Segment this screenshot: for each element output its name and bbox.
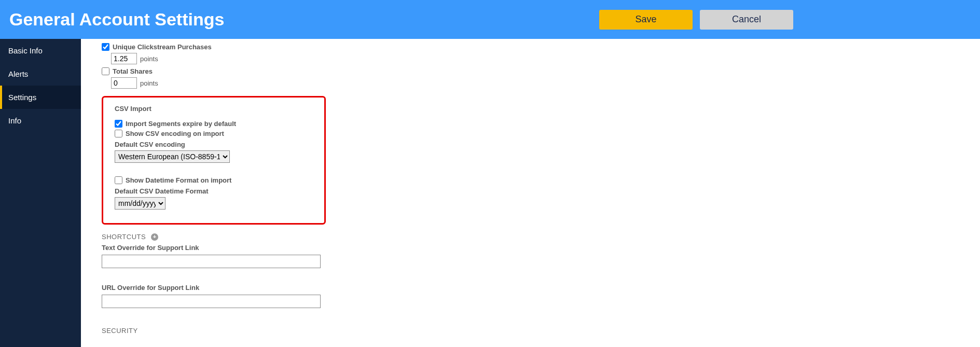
sidebar-item-alerts[interactable]: Alerts [0, 62, 81, 86]
default-datetime-select[interactable]: mm/dd/yyyy [115, 197, 165, 210]
segments-expire-row: Import Segments expire by default [115, 120, 313, 128]
unique-clickstream-points-row: points [111, 53, 980, 64]
unique-clickstream-points-input[interactable] [111, 53, 137, 64]
show-encoding-checkbox[interactable] [115, 130, 122, 137]
total-shares-points-input[interactable] [111, 77, 137, 89]
total-shares-points-row: points [111, 77, 980, 89]
text-override-label: Text Override for Support Link [102, 244, 980, 252]
show-datetime-label: Show Datetime Format on import [126, 176, 231, 184]
url-override-label: URL Override for Support Link [102, 284, 980, 292]
url-override-input[interactable] [102, 295, 321, 308]
add-shortcut-icon[interactable]: + [151, 233, 158, 241]
total-shares-points-unit: points [140, 79, 158, 87]
page-title: General Account Settings [9, 9, 224, 30]
sidebar-item-settings[interactable]: Settings [0, 86, 81, 109]
default-encoding-label: Default CSV encoding [115, 141, 313, 148]
segments-expire-checkbox[interactable] [115, 120, 122, 128]
sidebar: Basic Info Alerts Settings Info [0, 39, 81, 347]
segments-expire-label: Import Segments expire by default [126, 120, 236, 128]
unique-clickstream-label: Unique Clickstream Purchases [113, 43, 212, 51]
unique-clickstream-points-unit: points [140, 55, 158, 63]
show-encoding-label: Show CSV encoding on import [126, 130, 224, 137]
security-title: SECURITY [102, 327, 980, 335]
body-layout: Basic Info Alerts Settings Info Unique C… [0, 39, 980, 347]
cancel-button[interactable]: Cancel [700, 10, 793, 30]
show-datetime-checkbox[interactable] [115, 176, 122, 184]
header-actions: Save Cancel [599, 10, 793, 30]
shortcuts-title: SHORTCUTS [102, 233, 146, 241]
csv-import-panel: CSV Import Import Segments expire by def… [102, 96, 326, 225]
text-override-input[interactable] [102, 255, 321, 268]
shortcuts-section: SHORTCUTS + Text Override for Support Li… [102, 233, 980, 308]
total-shares-row: Total Shares [102, 67, 980, 75]
main-content: Unique Clickstream Purchases points Tota… [81, 39, 980, 347]
save-button[interactable]: Save [599, 10, 693, 30]
total-shares-label: Total Shares [113, 67, 153, 75]
show-datetime-row: Show Datetime Format on import [115, 176, 313, 184]
unique-clickstream-row: Unique Clickstream Purchases [102, 43, 980, 51]
shortcuts-section-header: SHORTCUTS + [102, 233, 980, 241]
default-encoding-select[interactable]: Western European (ISO-8859-1) [115, 150, 230, 163]
default-datetime-label: Default CSV Datetime Format [115, 187, 313, 195]
csv-import-title: CSV Import [115, 105, 313, 113]
show-encoding-row: Show CSV encoding on import [115, 130, 313, 137]
page-header: General Account Settings Save Cancel [0, 0, 980, 39]
sidebar-item-basic-info[interactable]: Basic Info [0, 39, 81, 62]
unique-clickstream-checkbox[interactable] [102, 43, 109, 51]
total-shares-checkbox[interactable] [102, 67, 109, 75]
sidebar-item-info[interactable]: Info [0, 109, 81, 132]
